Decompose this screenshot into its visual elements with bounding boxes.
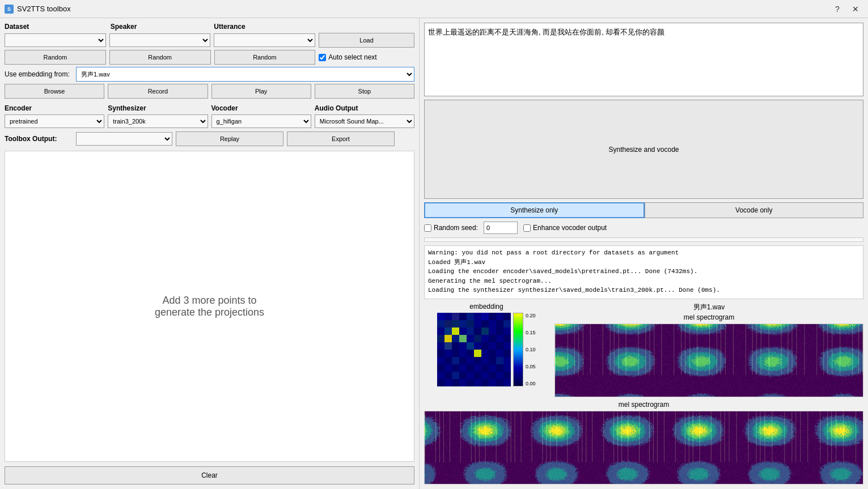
main-content: Dataset Speaker Utterance Load <box>0 18 868 489</box>
titlebar-left: S SV2TTS toolbox <box>5 5 71 14</box>
spec2-title: mel spectrogram <box>619 401 669 409</box>
column-headers-row: Dataset Speaker Utterance <box>5 23 414 31</box>
utterance-label: Utterance <box>214 23 245 31</box>
auto-select-label: Auto select next <box>328 53 376 61</box>
synthesizer-label: Synthesizer <box>108 104 146 112</box>
right-panel: 世界上最遥远的距离不是天涯海角, 而是我站在你面前, 却看不见你的容颜 Synt… <box>420 18 868 489</box>
audio-output-select[interactable]: Microsoft Sound Map... <box>315 114 414 128</box>
colorbar: 0.200.150.100.050.00 <box>513 313 536 386</box>
app-title: SV2TTS toolbox <box>17 5 71 13</box>
log-area: Warning: you did not pass a root directo… <box>424 245 863 299</box>
speaker-label: Speaker <box>111 23 137 31</box>
input-text-content: 世界上最遥远的距离不是天涯海角, 而是我站在你面前, 却看不见你的容颜 <box>428 28 664 36</box>
speaker-random-button[interactable]: Random <box>109 50 211 65</box>
bottom-spec-row: mel spectrogram <box>424 401 863 484</box>
embedding-canvas <box>437 313 511 386</box>
load-button[interactable]: Load <box>319 33 414 48</box>
synthesize-only-button[interactable]: Synthesize only <box>424 202 645 218</box>
enhance-vocoder-checkbox[interactable] <box>523 224 531 232</box>
toolbox-output-select[interactable] <box>76 132 172 146</box>
spectrogram-section: embedding 0.200.150.100.050.00 男声1.wav m… <box>424 303 863 484</box>
vocode-only-button[interactable]: Vocode only <box>645 202 864 218</box>
toolbox-output-label: Toolbox Output: <box>5 135 73 143</box>
titlebar: S SV2TTS toolbox ? ✕ <box>0 0 868 18</box>
clear-button[interactable]: Clear <box>5 466 414 484</box>
spec1-title: mel spectrogram <box>684 313 734 321</box>
top-spec-row: embedding 0.200.150.100.050.00 男声1.wav m… <box>424 303 863 397</box>
mel-spectrogram-1-section: 男声1.wav mel spectrogram <box>554 303 863 397</box>
synthesizer-header-col: Synthesizer <box>108 104 208 112</box>
dataset-random-button[interactable]: Random <box>5 50 106 65</box>
encoder-select[interactable]: pretrained <box>5 114 104 128</box>
enhance-vocoder-label: Enhance vocoder output <box>523 224 607 232</box>
utterance-select[interactable] <box>214 33 315 47</box>
left-panel: Dataset Speaker Utterance Load <box>0 18 420 489</box>
mel-spectrogram-2-canvas <box>424 411 863 484</box>
vocoder-select[interactable]: g_hifigan <box>211 114 311 128</box>
stop-button[interactable]: Stop <box>315 84 414 99</box>
seed-row: Random seed: 0 Enhance vocoder output <box>424 222 863 234</box>
spec1-filename: 男声1.wav <box>693 303 725 312</box>
control-buttons-row: Browse Record Play Stop <box>5 84 414 99</box>
close-button[interactable]: ✕ <box>848 3 863 15</box>
dataset-select[interactable] <box>5 33 106 47</box>
encoder-header-col: Encoder <box>5 104 104 112</box>
colorbar-gradient <box>513 313 523 386</box>
embedding-container: 0.200.150.100.050.00 <box>437 313 536 386</box>
embedding-section: embedding 0.200.150.100.050.00 <box>424 303 549 386</box>
synthesize-vocode-button[interactable]: Synthesize and vocode <box>424 100 863 199</box>
utterance-header-col: Utterance <box>214 23 315 31</box>
encoder-headers-row: Encoder Synthesizer Vocoder Audio Output <box>5 104 414 112</box>
record-button[interactable]: Record <box>108 84 208 99</box>
dataset-header-col: Dataset <box>5 23 106 31</box>
auto-select-checkbox[interactable] <box>319 54 326 61</box>
browse-button[interactable]: Browse <box>5 84 104 99</box>
dataset-label: Dataset <box>5 23 29 31</box>
encoder-label: Encoder <box>5 104 32 112</box>
toolbox-row: Toolbox Output: Replay Export <box>5 131 414 146</box>
embedding-select[interactable]: 男声1.wav <box>76 67 414 82</box>
use-embedding-row: Use embedding from: 男声1.wav <box>5 67 414 82</box>
embedding-title: embedding <box>469 303 503 311</box>
seed-input[interactable]: 0 <box>484 222 518 234</box>
app-icon: S <box>5 5 14 14</box>
export-button[interactable]: Export <box>287 131 395 146</box>
progress-bar <box>424 237 863 242</box>
auto-select-row: Auto select next <box>319 53 414 61</box>
help-button[interactable]: ? <box>829 3 845 15</box>
colorbar-labels: 0.200.150.100.050.00 <box>526 313 536 386</box>
encoder-selects-row: pretrained train3_200k g_hifigan Microso… <box>5 114 414 128</box>
titlebar-controls: ? ✕ <box>829 3 863 15</box>
projection-box: Add 3 more points togenerate the project… <box>5 151 414 462</box>
random-seed-label: Random seed: <box>424 224 478 232</box>
speaker-header-col: Speaker <box>109 23 211 31</box>
replay-button[interactable]: Replay <box>176 131 283 146</box>
play-button[interactable]: Play <box>211 84 311 99</box>
audio-output-label: Audio Output <box>315 104 358 112</box>
audio-output-header-col: Audio Output <box>315 104 414 112</box>
utterance-random-button[interactable]: Random <box>214 50 316 65</box>
synthesizer-select[interactable]: train3_200k <box>108 114 208 128</box>
synthesize-row: Synthesize only Vocode only <box>424 202 863 218</box>
selects-row: Load <box>5 33 414 48</box>
vocoder-header-col: Vocoder <box>211 104 311 112</box>
input-text-area[interactable]: 世界上最遥远的距离不是天涯海角, 而是我站在你面前, 却看不见你的容颜 <box>424 23 863 96</box>
projection-text: Add 3 more points togenerate the project… <box>155 295 264 318</box>
speaker-select[interactable] <box>109 33 211 47</box>
random-row: Random Random Random Auto select next <box>5 50 414 65</box>
random-seed-checkbox[interactable] <box>424 224 431 232</box>
mel-spectrogram-1-canvas <box>554 324 863 397</box>
use-embedding-label: Use embedding from: <box>5 70 73 78</box>
vocoder-label: Vocoder <box>211 104 238 112</box>
